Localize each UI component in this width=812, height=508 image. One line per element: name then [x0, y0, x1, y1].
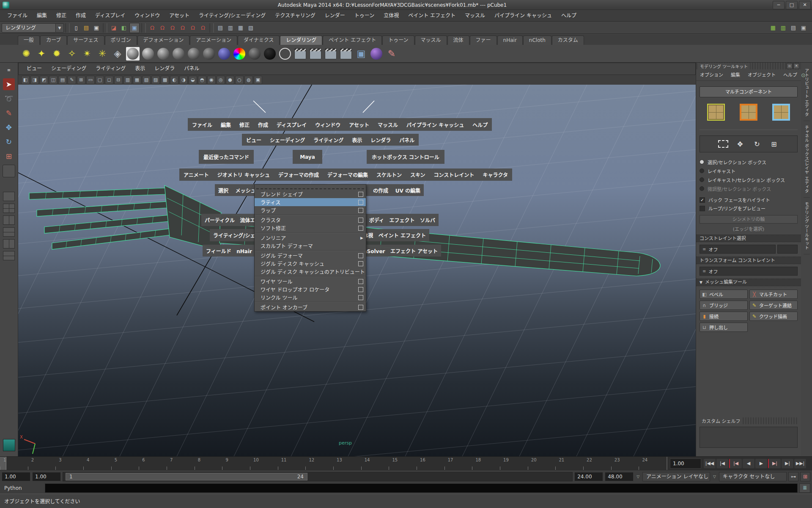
time-slider-frame[interactable]: 19 [500, 457, 528, 470]
playback-start-field[interactable]: 1.00 [32, 472, 61, 481]
character-set-dropdown[interactable]: キャラクタ セットなし [719, 472, 787, 481]
rotate-tool[interactable]: ↻ [3, 136, 15, 148]
shelf-tab[interactable]: レンダリング [280, 36, 322, 45]
range-slider-handle[interactable]: 1 24 [66, 473, 307, 480]
hotbox-dynamics-left[interactable]: パーティクル 流体エフ [205, 216, 260, 224]
snap-projected-center-icon[interactable]: Ω [178, 23, 187, 33]
option-box-icon[interactable] [358, 226, 363, 231]
panel-menu-item[interactable]: ライティング [91, 64, 130, 74]
step-back-key-button[interactable]: |◀ [729, 459, 742, 468]
shelf-tab[interactable]: カスタム [552, 36, 584, 45]
shelf-tab[interactable]: ポリゴン [105, 36, 137, 45]
shelf-tab[interactable]: トゥーン [382, 36, 414, 45]
material-sphere-icon[interactable] [172, 47, 185, 61]
last-tool-slot[interactable] [3, 165, 15, 177]
sidebar-tab[interactable]: モデリング ツールキット [804, 198, 810, 254]
panel-menu-item[interactable]: 表示 [130, 64, 150, 74]
time-slider-frame[interactable]: 5 [111, 457, 139, 470]
toolkit-checkbox[interactable]: ✓バック フェースをハイライト [700, 196, 798, 204]
step-back-frame-button[interactable]: |◀ [716, 459, 728, 468]
move-icon[interactable]: ✥ [735, 139, 745, 149]
time-slider-frame[interactable]: 3 [55, 457, 83, 470]
panel-toolbar-icon-14[interactable]: ▨ [151, 76, 160, 84]
time-slider-frame[interactable]: 6 [139, 457, 167, 470]
toolkit-float-button[interactable]: ▫ [787, 63, 793, 69]
hypershade-icon[interactable]: ▧ [246, 23, 255, 33]
hotbox-center-maya[interactable]: Maya [293, 150, 322, 164]
submenu-item[interactable]: ラティス [255, 198, 366, 206]
quick-layout-thumbnail[interactable] [3, 439, 15, 451]
panel-toolbar-icon-6[interactable]: ⊞ [77, 76, 85, 84]
panel-toolbar-icon-5[interactable]: ✎ [68, 76, 76, 84]
material-sphere-icon[interactable] [187, 47, 200, 61]
panel-toolbar-icon-19[interactable]: ◓ [198, 76, 206, 84]
menubar-item[interactable]: トゥーン [350, 11, 379, 21]
ipr-render-shelf-icon[interactable] [339, 47, 353, 61]
shelf-tab[interactable]: デフォメーション [137, 36, 190, 45]
time-slider-frame[interactable]: 14 [361, 457, 389, 470]
submenu-item[interactable]: ジグル ディスク キャッシュ [255, 260, 366, 268]
hotbox-panel-menu-item[interactable]: シェーディング [266, 136, 309, 144]
time-slider-frame[interactable]: 10 [250, 457, 278, 470]
submenu-item[interactable]: ジグル ディスク キャッシュのアトリビュート [255, 268, 366, 276]
panel-toolbar-icon-0[interactable]: ◧ [21, 76, 30, 84]
save-scene-icon[interactable]: ▣ [92, 23, 101, 33]
perspective-view[interactable]: XY persp ファイル編集修正作成ディスプレイウィンドウアセットマッスルパイ… [18, 85, 696, 456]
shaded-sphere-icon[interactable] [126, 47, 140, 61]
panel-toolbar-icon-13[interactable]: ▧ [142, 76, 151, 84]
render-view-icon[interactable]: ▣ [354, 47, 368, 61]
move-tool[interactable]: ✥ [3, 121, 15, 133]
hotbox-polygons-left[interactable]: 選択 メッシュ [218, 187, 256, 194]
shelf-tab[interactable]: ダイナミクス [238, 36, 280, 45]
panel-toolbar-icon-1[interactable]: ◨ [30, 76, 39, 84]
vertex-mode-icon[interactable] [708, 105, 724, 120]
time-slider-frame[interactable]: 21 [555, 457, 583, 470]
submenu-item[interactable]: ソフト修正 [255, 224, 366, 232]
maximize-button[interactable]: □ [786, 1, 798, 9]
symmetry-axis-button[interactable]: シンメトリの軸 [700, 215, 798, 224]
menubar-item[interactable]: レンダー [320, 11, 350, 21]
animation-start-field[interactable]: 1.00 [2, 472, 30, 481]
ramp-material-icon[interactable] [233, 47, 246, 61]
time-slider-track[interactable]: 123456789101112131415161718192021222324 [0, 457, 667, 470]
play-forwards-button[interactable]: ▶ [755, 459, 767, 468]
go-to-end-button[interactable]: ▶▶| [794, 459, 806, 468]
panel-toolbar-icon-15[interactable]: ▩ [161, 76, 169, 84]
volume-light-icon[interactable]: ✴ [80, 47, 94, 61]
submenu-item[interactable]: リンクル ツール [255, 293, 366, 301]
option-box-icon[interactable] [358, 192, 363, 197]
submenu-item[interactable]: ジグル デフォーマ [255, 251, 366, 260]
time-slider-frame[interactable]: 20 [528, 457, 556, 470]
pick-mode-radio[interactable]: レイキャスト/セレクション ボックス [700, 175, 798, 184]
point-light-icon[interactable]: ✺ [19, 47, 33, 61]
panel-toolbar-icon-3[interactable]: ◫ [49, 76, 58, 84]
shelf-tab[interactable]: サーフェス [67, 36, 104, 45]
hotbox-animation-menu-item[interactable]: アニメート [179, 171, 213, 178]
panel-toolbar-icon-18[interactable]: ◒ [189, 76, 197, 84]
shelf-tab[interactable]: アニメーション [190, 36, 237, 45]
hotbox-animation-menu-item[interactable]: ジオメトリ キャッシュ [213, 171, 274, 178]
paint-select-tool[interactable]: ✎ [3, 107, 15, 119]
submenu-item[interactable]: ポイント オンカーブ [255, 303, 366, 311]
material-sphere-icon[interactable] [156, 47, 170, 61]
ambient-light-icon[interactable]: ✳ [96, 47, 109, 61]
hotbox-animation-menu-item[interactable]: キャラクタ [478, 171, 512, 178]
time-slider-frame[interactable]: 16 [417, 457, 444, 470]
minimize-button[interactable]: ─ [773, 1, 785, 9]
panel-toolbar-icon-24[interactable]: ◍ [244, 76, 253, 84]
time-slider-frame[interactable]: 8 [195, 457, 222, 470]
hotbox-animation-menu-item[interactable]: コンストレイント [430, 171, 479, 178]
menubar-item[interactable]: パイプライン キャッシュ [490, 11, 557, 21]
submenu-item[interactable]: ブレンド シェイプ [255, 190, 366, 198]
marquee-select-icon[interactable] [718, 140, 728, 148]
transform-constraint-dropdown[interactable]: ≡ オフ [700, 267, 798, 276]
batch-render-icon[interactable] [309, 47, 322, 61]
snap-point-icon[interactable]: Ω [168, 23, 177, 33]
time-slider-frame[interactable]: 7 [167, 457, 195, 470]
submenu-item[interactable]: ラップ [255, 206, 366, 214]
playback-end-field[interactable]: 24.00 [574, 472, 603, 481]
script-editor-icon[interactable]: ≣ [799, 483, 810, 493]
pick-mode-radio[interactable]: 選択/セレクション ボックス [700, 157, 798, 166]
submenu-item[interactable]: スカルプト デフォーマ [255, 242, 366, 250]
time-slider-frame[interactable]: 22 [583, 457, 611, 470]
